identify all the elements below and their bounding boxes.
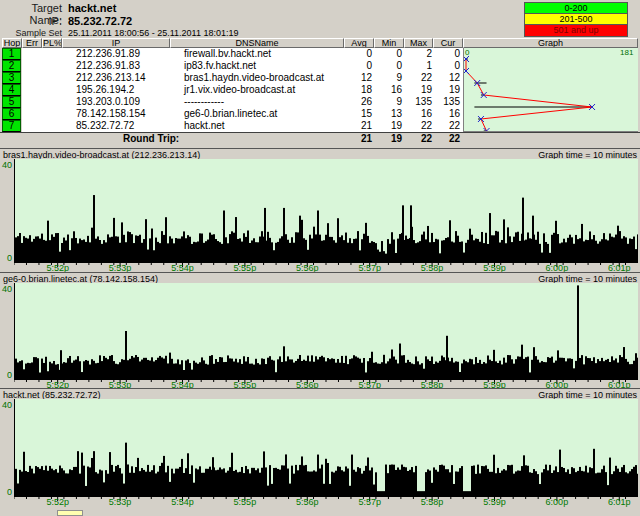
column-header-ip: IP — [62, 38, 170, 48]
round-trip-row: Round Trip: 21 19 22 22 — [0, 132, 640, 145]
hop-avg: 21 — [344, 120, 372, 132]
hop-min: 0 — [374, 60, 402, 72]
column-header-hop: Hop — [2, 38, 22, 48]
time-tick-label: 5:54p — [162, 498, 202, 507]
hop-min: 9 — [374, 96, 402, 108]
timeline1-ymin: 0 — [0, 253, 12, 263]
hop-number-button[interactable]: 7 — [2, 120, 21, 132]
hop-number-button[interactable]: 1 — [2, 48, 21, 60]
legend-range-2: 501 and up — [525, 25, 627, 36]
time-tick-label: 5:53p — [100, 498, 140, 507]
hop-dnsname: firewall.bv.hackt.net — [184, 48, 354, 60]
timeline1-plot — [14, 159, 638, 263]
hop-ip: 85.232.72.72 — [76, 120, 176, 132]
hop-ip: 212.236.213.14 — [76, 72, 176, 84]
hop-ip: 212.236.91.89 — [76, 48, 176, 60]
timeline2-ymin: 0 — [0, 370, 12, 380]
timeline2-bars-svg — [15, 283, 638, 379]
timeline1-ymax: 40 — [0, 160, 12, 170]
time-tick-label: 5:52p — [38, 498, 78, 507]
column-header-min: Min — [374, 38, 404, 48]
timeline2-ymax: 40 — [0, 284, 12, 294]
hop-number-button[interactable]: 6 — [2, 108, 21, 120]
round-trip-min: 19 — [374, 133, 402, 145]
timeline2-plot — [14, 283, 638, 380]
legend-range-0: 0-200 — [525, 3, 627, 14]
column-header-max: Max — [404, 38, 433, 48]
hop-number-button[interactable]: 5 — [2, 96, 21, 108]
timeline3-plot — [14, 399, 638, 497]
time-tick-label: 5:57p — [350, 498, 390, 507]
sample-set-value: 25.11.2011 18:00:56 - 25.11.2011 18:01:1… — [68, 28, 238, 38]
hop-dnsname: hackt.net — [184, 120, 354, 132]
hop-avg: 15 — [344, 108, 372, 120]
hop-dnsname: ------------ — [184, 96, 354, 108]
timeline2-header: ge6-0.brian.linetec.at (78.142.158.154) … — [0, 272, 640, 283]
route-graph-min-label: 0 — [465, 48, 469, 57]
route-graph-panel — [463, 48, 638, 132]
pingplotter-window: Target Name: hackt.net IP: 85.232.72.72 … — [0, 0, 640, 516]
hop-ip: 78.142.158.154 — [76, 108, 176, 120]
time-tick-label: 5:59p — [474, 498, 514, 507]
hop-min: 19 — [374, 120, 402, 132]
column-header-dnsname: DNSName — [170, 38, 344, 48]
column-header-cur: Cur — [433, 38, 463, 48]
round-trip-max: 22 — [404, 133, 432, 145]
hop-cur: 135 — [432, 96, 460, 108]
timeline3-ymax: 40 — [0, 400, 12, 410]
hop-avg: 12 — [344, 72, 372, 84]
timeline1-bars-svg — [15, 159, 638, 262]
hop-cur: 16 — [432, 108, 460, 120]
hop-min: 0 — [374, 48, 402, 60]
column-header-avg: Avg — [344, 38, 374, 48]
ip-label: IP: — [0, 15, 62, 27]
hop-cur: 19 — [432, 84, 460, 96]
time-tick-label: 5:55p — [225, 498, 265, 507]
hop-max: 2 — [404, 48, 432, 60]
color-legend: 0-200201-500501 and up — [524, 2, 628, 37]
hop-max: 22 — [404, 120, 432, 132]
column-header-pl%: PL% — [42, 38, 62, 48]
hop-avg: 0 — [344, 60, 372, 72]
timeline3-ymin: 0 — [0, 487, 12, 497]
timeline1-header: bras1.haydn.video-broadcast.at (212.236.… — [0, 148, 640, 159]
timeline3-bars-svg — [15, 399, 638, 496]
legend-range-1: 201-500 — [525, 14, 627, 25]
ip-value: 85.232.72.72 — [68, 15, 132, 27]
hop-dnsname: ge6-0.brian.linetec.at — [184, 108, 354, 120]
timeline3-header: hackt.net (85.232.72.72) Graph time = 10… — [0, 388, 640, 399]
hop-number-button[interactable]: 3 — [2, 72, 21, 84]
hop-avg: 26 — [344, 96, 372, 108]
hop-max: 22 — [404, 72, 432, 84]
hop-min: 9 — [374, 72, 402, 84]
hop-cur: 0 — [432, 48, 460, 60]
timeline3-axis: 5:52p5:53p5:54p5:55p5:56p5:57p5:58p5:59p… — [14, 497, 638, 507]
hop-dnsname: ip83.fv.hackt.net — [184, 60, 354, 72]
hop-number-button[interactable]: 2 — [2, 60, 21, 72]
hop-dnsname: jr1.vix.video-broadcast.at — [184, 84, 354, 96]
hop-ip: 212.236.91.83 — [76, 60, 176, 72]
round-trip-avg: 21 — [344, 133, 372, 145]
hop-min: 16 — [374, 84, 402, 96]
hop-max: 16 — [404, 108, 432, 120]
hop-cur: 0 — [432, 60, 460, 72]
hop-number-button[interactable]: 4 — [2, 84, 21, 96]
hop-cur: 22 — [432, 120, 460, 132]
target-name-value: hackt.net — [68, 2, 116, 14]
hop-dnsname: bras1.haydn.video-broadcast.at — [184, 72, 354, 84]
hop-ip: 193.203.0.109 — [76, 96, 176, 108]
round-trip-cur: 22 — [432, 133, 460, 145]
timeline1-axis: 5:52p5:53p5:54p5:55p5:56p5:57p5:58p5:59p… — [14, 263, 638, 272]
route-graph-svg — [464, 48, 638, 131]
hop-max: 19 — [404, 84, 432, 96]
time-tick-label: 5:58p — [412, 498, 452, 507]
time-tick-label: 5:56p — [287, 498, 327, 507]
hop-max: 135 — [404, 96, 432, 108]
hop-avg: 0 — [344, 48, 372, 60]
hop-max: 1 — [404, 60, 432, 72]
hop-ip: 195.26.194.2 — [76, 84, 176, 96]
hop-cur: 12 — [432, 72, 460, 84]
bottom-artifact — [57, 510, 83, 516]
hop-avg: 18 — [344, 84, 372, 96]
time-tick-label: 6:01p — [599, 498, 639, 507]
